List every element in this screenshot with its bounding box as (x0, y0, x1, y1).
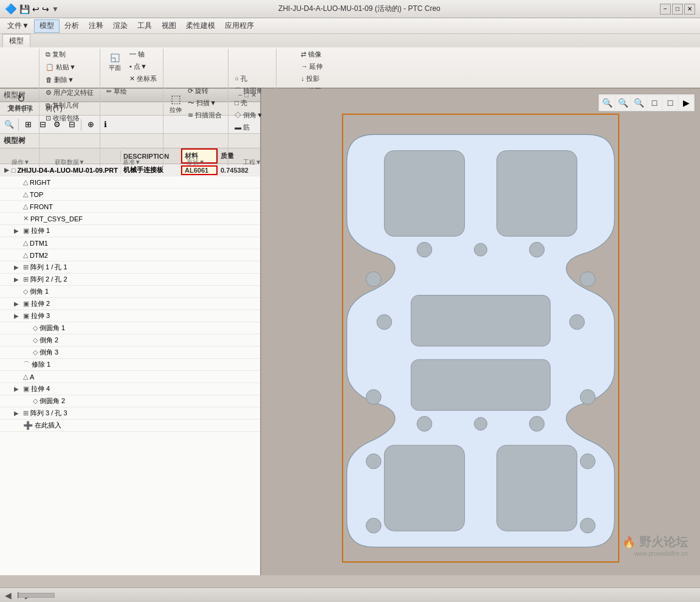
tree-expand-icon[interactable]: ▶ (4, 167, 10, 173)
tree-row[interactable]: ◇倒圆角 1 (0, 322, 260, 334)
tree-item-icon: □ (12, 167, 16, 174)
tree-item-label: 阵列 2 / 孔 2 (30, 275, 67, 284)
ribbon-tab-模型[interactable]: 模型 (2, 34, 30, 47)
tree-row-name: ▶▣拉伸 3 (0, 311, 120, 320)
tree-row-name: ▶□ZHIJU-D4-A-LUO-MU-01-09.PRT (0, 167, 120, 174)
tree-row[interactable]: ✕PRT_CSYS_DEF (0, 213, 260, 225)
tree-row[interactable]: △TOP (0, 189, 260, 201)
scroll-thumb[interactable] (18, 593, 55, 598)
tree-row[interactable]: ▶▣拉伸 1 (0, 225, 260, 237)
menubar-item-2[interactable]: 分析 (60, 19, 84, 33)
undo-icon[interactable]: ↩ (32, 4, 39, 14)
menubar-item-6[interactable]: 视图 (157, 19, 181, 33)
zoom-fit-btn[interactable]: 🔍 (616, 95, 630, 110)
save-icon[interactable]: 💾 (19, 4, 30, 14)
point-btn[interactable]: • 点▼ (127, 61, 159, 72)
tree-expand-icon[interactable]: ▶ (14, 300, 21, 307)
user-feature-btn[interactable]: ⚙ 用户定义特征 (43, 87, 96, 99)
tree-item-label: 拉伸 1 (31, 226, 50, 235)
tree-row[interactable]: ⌒修除 1 (0, 359, 260, 371)
redo-icon[interactable]: ↪ (42, 4, 49, 14)
revolve-btn[interactable]: ⟳ 旋转 (185, 85, 224, 97)
tree-row[interactable]: ◇倒角 1 (0, 286, 260, 298)
tree-item-label: 拉伸 3 (31, 311, 50, 320)
tree-row[interactable]: ◇倒角 2 (0, 334, 260, 347)
sweep-btn[interactable]: 〜 扫描▼ (185, 97, 224, 109)
tree-row[interactable]: △FRONT (0, 201, 260, 213)
sketch-btn[interactable]: ✏ 草绘 (104, 86, 129, 97)
datum-group-label: 基准▼ (104, 157, 159, 167)
sweep-blend-btn[interactable]: ≋ 扫描混合 (185, 109, 224, 121)
menubar-item-7[interactable]: 柔性建模 (181, 19, 220, 33)
csys-btn[interactable]: ✕ 坐标系 (127, 73, 159, 85)
tree-row[interactable]: ▶⊞阵列 3 / 孔 3 (0, 407, 260, 420)
shrink-btn[interactable]: ⊡ 收缩包络 (43, 112, 82, 124)
tree-item-label: ZHIJU-D4-A-LUO-MU-01-09.PRT (17, 167, 118, 174)
axis-btn[interactable]: ━ 轴 (127, 49, 159, 60)
ribbon-group-operations: ↻ 重新生成 操作▼ (2, 49, 39, 167)
tree-item-icon: △ (23, 190, 28, 198)
tree-row-qty: 0.745382 (218, 167, 260, 174)
pocket-bot-left (384, 445, 464, 531)
hole-lower-left-1 (417, 417, 432, 432)
tree-row-name: ▶⊞阵列 2 / 孔 2 (0, 275, 120, 284)
tree-row[interactable]: ▶▣拉伸 4 (0, 383, 260, 395)
menubar-item-8[interactable]: 应用程序 (220, 19, 259, 33)
tree-row[interactable]: △A (0, 371, 260, 383)
mirror-btn[interactable]: ⇄ 镜像 (298, 49, 329, 60)
minimize-button[interactable]: − (660, 4, 671, 15)
menubar-item-1[interactable]: 模型 (34, 19, 60, 33)
tree-row-name: △DTM2 (0, 251, 120, 259)
scroll-track[interactable] (18, 592, 19, 598)
paste-btn[interactable]: 📋 粘贴▼ (43, 61, 78, 73)
tree-row[interactable]: ➕在此插入 (0, 420, 260, 432)
zoom-in-btn[interactable]: 🔍 (600, 95, 614, 110)
tree-expand-icon[interactable]: ▶ (14, 264, 21, 271)
tree-row[interactable]: △DTM2 (0, 249, 260, 261)
delete-btn[interactable]: 🗑 删除▼ (43, 74, 77, 86)
tree-row[interactable]: ◇倒圆角 2 (0, 395, 260, 407)
view-orient-btn[interactable]: □ (647, 95, 662, 110)
tree-row[interactable]: △DTM1 (0, 237, 260, 249)
zoom-out-btn[interactable]: 🔍 (631, 95, 646, 110)
tree-item-label: 修除 1 (32, 360, 50, 369)
extrude-btn[interactable]: ⬚ 拉伸 (167, 91, 184, 116)
tree-row[interactable]: ▶▣拉伸 2 (0, 298, 260, 310)
view-section-btn[interactable]: □ (663, 95, 678, 110)
tree-item-label: PRT_CSYS_DEF (30, 215, 83, 223)
menubar-item-4[interactable]: 渲染 (108, 19, 132, 33)
tree-expand-icon[interactable]: ▶ (14, 276, 21, 283)
pocket-top-right (496, 151, 577, 237)
maximize-button[interactable]: □ (672, 4, 683, 15)
tree-expand-icon[interactable]: ▶ (14, 410, 21, 417)
copy-btn[interactable]: ⧉ 复制 (43, 49, 68, 60)
tree-row-name: ➕在此插入 (0, 421, 120, 430)
menubar-item-5[interactable]: 工具 (132, 19, 157, 33)
tree-row[interactable]: ▶▣拉伸 3 (0, 310, 260, 322)
shape-group-label: 形状▼ (167, 157, 224, 167)
scroll-left-arrow[interactable]: ◀ (5, 590, 12, 600)
extend-btn[interactable]: → 延伸 (298, 61, 329, 72)
menubar-item-3[interactable]: 注释 (84, 19, 108, 33)
tree-expand-icon[interactable]: ▶ (14, 386, 21, 392)
menubar-item-0[interactable]: 文件▼ (2, 19, 34, 33)
hole-mid-left-1 (377, 314, 392, 330)
plane-icon: ◱ (110, 50, 120, 64)
tree-item-label: 阵列 3 / 孔 3 (30, 409, 67, 418)
regenerate-btn[interactable]: ↻ 重新生成 (6, 92, 35, 114)
tree-row[interactable]: ▶⊞阵列 2 / 孔 2 (0, 274, 260, 286)
tree-expand-icon[interactable]: ▶ (14, 227, 21, 234)
ribbon-group-datum: ◱ 平面 ━ 轴 • 点▼ ✕ 坐标系 ✏ 草绘 基准▼ (100, 49, 163, 167)
plane-btn[interactable]: ◱ 平面 (104, 49, 126, 85)
tree-row[interactable]: ◇倒角 3 (0, 347, 260, 359)
tree-item-label: 倒角 2 (39, 336, 58, 345)
tree-expand-icon[interactable]: ▶ (14, 313, 21, 319)
tree-row[interactable]: △RIGHT (0, 176, 260, 189)
view-more-btn[interactable]: ▶ (679, 95, 693, 110)
project-btn[interactable]: ↓ 投影 (298, 73, 329, 85)
tree-row[interactable]: ▶⊞阵列 1 / 孔 1 (0, 261, 260, 274)
copy-geom-btn[interactable]: ⧉ 复制几何 (43, 100, 81, 111)
close-button[interactable]: ✕ (684, 4, 695, 15)
tree-item-label: A (30, 373, 34, 381)
hole-btn[interactable]: ○ 孔 (232, 73, 272, 85)
